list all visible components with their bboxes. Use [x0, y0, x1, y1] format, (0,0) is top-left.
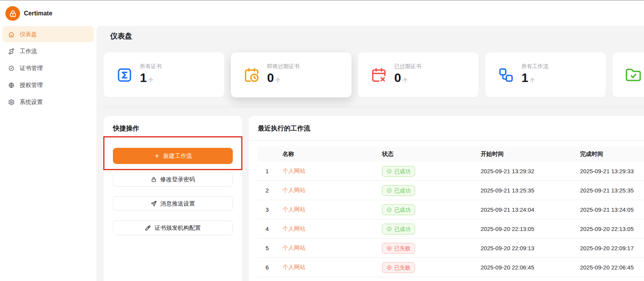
finish-time: 2025-09-20 22:09:17: [580, 245, 644, 251]
brand-logo: Certimate: [0, 1, 96, 21]
sidebar-menu: 仪表盘 工作流 证书管理 授权管理: [0, 26, 96, 110]
row-index: 5: [258, 245, 282, 251]
sidebar-item-dashboard[interactable]: 仪表盘: [2, 26, 94, 42]
panels-row: 快捷操作 新建工作流 修改登录密码: [104, 116, 644, 281]
finish-time: 2025-09-21 13:24:05: [580, 206, 644, 213]
circle-check-icon: [387, 207, 392, 212]
finish-time: 2025-09-20 22:13:05: [580, 226, 644, 232]
quick-actions-stack: 新建工作流 修改登录密码 消息推送设置: [113, 148, 233, 235]
sidebar-item-label: 系统设置: [20, 99, 43, 106]
start-time: 2025-09-20 22:09:13: [481, 245, 580, 251]
stat-text: 所有工作流 1个: [521, 63, 548, 87]
stat-value: 0: [394, 71, 401, 85]
status-badge: 已失败: [382, 262, 415, 273]
sidebar-item-workflows[interactable]: 工作流: [2, 43, 94, 59]
table-row: 3 个人网站 已成功 2025-09-21 13:24:04 2025-09-2…: [258, 200, 644, 219]
recent-workflows-title: 最近执行的工作流: [258, 124, 644, 133]
recent-workflows-panel: 最近执行的工作流 名称 状态 开始时间 完成时间 1 个人网站 已成功: [249, 116, 644, 281]
row-index: 2: [258, 187, 282, 194]
stat-card-expiring-certificates[interactable]: 即将过期证书 0个: [231, 52, 351, 97]
stat-value: 1: [521, 71, 528, 85]
stat-card-partial[interactable]: [612, 52, 644, 97]
table-row: 7 个人网站 已失败: [258, 277, 644, 281]
calendar-clock-icon: [244, 67, 260, 83]
col-name: 名称: [282, 151, 382, 158]
certimate-app-window: Certimate 仪表盘 工作流 证书管理: [0, 0, 644, 281]
lock-icon: [151, 176, 157, 182]
stat-unit: 个: [276, 77, 281, 83]
folder-check-icon: [625, 67, 641, 83]
quick-actions-panel: 快捷操作 新建工作流 修改登录密码: [104, 116, 242, 281]
stat-card-all-certificates[interactable]: 所有证书 1个: [104, 52, 224, 97]
start-time: 2025-09-21 13:25:35: [481, 187, 580, 194]
sidebar-item-settings[interactable]: 系统设置: [2, 94, 94, 110]
status-label: 已成功: [394, 168, 410, 175]
col-status: 状态: [382, 151, 481, 158]
start-time: 2025-09-21 13:24:04: [481, 206, 580, 213]
table-row: 5 个人网站 已失败 2025-09-20 22:09:13 2025-09-2…: [258, 239, 644, 258]
workflow-name-link[interactable]: 个人网站: [282, 264, 306, 270]
stat-cards-row: 所有证书 1个 即将过期证书 0个: [104, 52, 644, 97]
workflow-name-link[interactable]: 个人网站: [282, 225, 306, 232]
stat-value: 0: [267, 71, 274, 85]
brand-name: Certimate: [24, 10, 52, 17]
sidebar-item-label: 授权管理: [20, 82, 43, 89]
stat-label: 所有证书: [140, 63, 161, 70]
workflow-nodes-icon: [498, 67, 514, 83]
home-icon: [8, 31, 15, 38]
ca-config-button[interactable]: 证书颁发机构配置: [113, 221, 233, 235]
sidebar-item-authorizations[interactable]: 授权管理: [2, 77, 94, 93]
status-badge: 已失败: [382, 243, 415, 254]
table-row: 6 个人网站 已失败 2025-09-20 22:06:45 2025-09-2…: [258, 258, 644, 277]
status-badge: 已成功: [382, 224, 415, 234]
stat-unit: 个: [148, 77, 153, 83]
stat-label: 所有工作流: [521, 63, 548, 70]
workflow-name-link[interactable]: 个人网站: [282, 206, 306, 212]
stat-text: 所有证书 1个: [140, 63, 161, 87]
recent-workflows-header: 最近执行的工作流: [249, 116, 644, 140]
workflow-name-link[interactable]: 个人网站: [282, 244, 306, 251]
finish-time: 2025-09-20 22:06:45: [580, 264, 644, 271]
table-row: 1 个人网站 已成功 2025-09-21 13:29:32 2025-09-2…: [258, 162, 644, 181]
circle-check-icon: [387, 169, 392, 174]
sidebar: Certimate 仪表盘 工作流 证书管理: [0, 1, 96, 281]
sidebar-item-label: 证书管理: [20, 65, 43, 72]
row-index: 1: [258, 168, 282, 174]
table-header-row: 名称 状态 开始时间 完成时间: [258, 147, 644, 162]
stat-value: 1: [140, 71, 147, 85]
change-password-button[interactable]: 修改登录密码: [113, 172, 233, 187]
button-label: 消息推送设置: [160, 200, 195, 207]
finish-time: 2025-09-21 13:29:33: [580, 168, 644, 174]
page-title: 仪表盘: [110, 31, 644, 41]
sidebar-item-certificates[interactable]: 证书管理: [2, 60, 94, 76]
finish-time: 2025-09-21 13:25:35: [580, 187, 644, 194]
stat-card-all-workflows[interactable]: 所有工作流 1个: [485, 52, 606, 97]
certificate-check-icon: [8, 65, 15, 72]
status-badge: 已成功: [382, 166, 415, 177]
circle-x-icon: [387, 265, 392, 270]
workflow-name-link[interactable]: 个人网站: [282, 167, 306, 174]
stat-text: 已过期证书 0个: [394, 63, 421, 87]
start-time: 2025-09-21 13:29:32: [481, 168, 580, 174]
status-label: 已失败: [394, 245, 410, 252]
status-badge: 已成功: [382, 185, 415, 196]
workflow-name-link[interactable]: 个人网站: [282, 187, 306, 193]
sidebar-item-label: 工作流: [20, 48, 37, 55]
notification-settings-button[interactable]: 消息推送设置: [113, 196, 233, 211]
status-badge: 已成功: [382, 204, 415, 215]
button-label: 证书颁发机构配置: [155, 224, 201, 232]
table-row: 2 个人网站 已成功 2025-09-21 13:25:35 2025-09-2…: [258, 181, 644, 200]
stat-card-expired-certificates[interactable]: 已过期证书 0个: [358, 52, 479, 97]
row-index: 3: [258, 206, 282, 213]
stat-unit: 个: [403, 77, 408, 83]
calendar-x-icon: [371, 67, 387, 83]
section-divider: [104, 107, 644, 107]
circle-x-icon: [387, 246, 392, 251]
table-row: 4 个人网站 已成功 2025-09-20 22:13:05 2025-09-2…: [258, 219, 644, 239]
stat-unit: 个: [530, 77, 535, 83]
start-time: 2025-09-20 22:13:05: [481, 226, 580, 232]
main-content: 仪表盘 所有证书 1个: [96, 26, 644, 281]
new-workflow-button[interactable]: 新建工作流: [113, 148, 233, 164]
circle-check-icon: [387, 226, 392, 232]
settings-gear-icon: [8, 99, 15, 105]
